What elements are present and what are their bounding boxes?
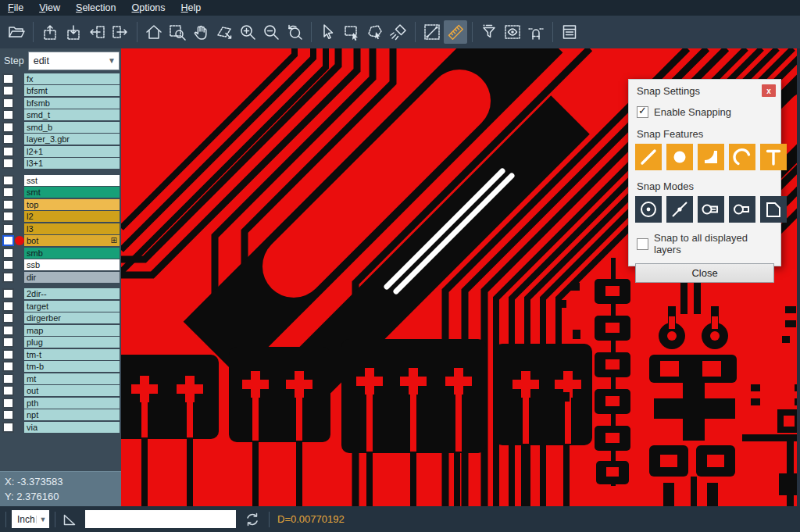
layer-name[interactable]: dirgerber — [24, 312, 120, 323]
layer-visibility-checkbox[interactable] — [2, 288, 14, 299]
layer-visibility-checkbox[interactable] — [2, 85, 14, 96]
layer-name[interactable]: bot⊞ — [24, 235, 120, 246]
zoom-window-button[interactable] — [166, 20, 189, 44]
layer-row-smt[interactable]: smt — [0, 187, 121, 199]
layer-row-smd_b[interactable]: smd_b — [0, 121, 121, 134]
layer-visibility-checkbox[interactable] — [2, 122, 14, 133]
layer-row-map[interactable]: map — [0, 324, 121, 337]
angle-mode-button[interactable] — [61, 511, 78, 528]
layer-name[interactable]: via — [24, 422, 120, 433]
layer-row-dirgerber[interactable]: dirgerber — [0, 312, 121, 325]
measure-distance-button[interactable] — [420, 20, 444, 44]
layer-name[interactable]: npt — [24, 409, 120, 420]
layer-row-l2+1[interactable]: l2+1 — [0, 145, 121, 158]
layer-visibility-checkbox[interactable] — [2, 409, 14, 420]
layer-name[interactable]: target — [24, 301, 120, 312]
menu-options[interactable]: Options — [123, 0, 173, 16]
layer-row-bfsmt[interactable]: bfsmt — [0, 85, 121, 98]
layer-name[interactable]: tm-b — [24, 361, 120, 372]
snap-all-layers-row[interactable]: Snap to all displayed layers — [637, 232, 773, 255]
layer-visibility-checkbox[interactable] — [2, 422, 14, 433]
snap-feature-line-button[interactable] — [635, 144, 662, 170]
zoom-in-button[interactable] — [236, 20, 259, 44]
units-dropdown[interactable]: Inch ▼ — [12, 510, 49, 528]
layer-row-layer_3.gbr[interactable]: layer_3.gbr — [0, 134, 121, 146]
layer-row-2dir--[interactable]: 2dir-- — [0, 288, 121, 301]
clean-brush-button[interactable] — [387, 20, 410, 44]
layer-row-via[interactable]: via — [0, 421, 121, 434]
layer-visibility-checkbox[interactable] — [2, 301, 14, 312]
board-up-button[interactable] — [38, 20, 62, 44]
layer-row-smd_t[interactable]: smd_t — [0, 109, 121, 122]
snap-mode-slot-center-button[interactable] — [698, 196, 724, 223]
layer-visibility-checkbox[interactable] — [2, 199, 14, 210]
layer-visibility-checkbox[interactable] — [2, 259, 14, 270]
layer-visibility-checkbox[interactable] — [2, 187, 14, 198]
layer-row-l2[interactable]: l2 — [0, 211, 121, 223]
layer-visibility-checkbox[interactable] — [2, 272, 14, 283]
snap-mode-outline-button[interactable] — [760, 196, 787, 223]
layer-name[interactable]: top — [24, 199, 120, 210]
layer-visibility-checkbox[interactable] — [2, 175, 14, 186]
layer-row-out[interactable]: out — [0, 385, 121, 398]
select-polygon-button[interactable] — [363, 20, 387, 44]
layer-visibility-checkbox[interactable] — [2, 223, 14, 234]
layer-name[interactable]: tm-t — [24, 349, 120, 360]
measure-ruler-button[interactable] — [444, 20, 467, 44]
layer-visibility-checkbox[interactable] — [2, 349, 14, 360]
layer-name[interactable]: pth — [24, 398, 120, 409]
zoom-polygon-button[interactable] — [212, 20, 236, 44]
snap-feature-pad-button[interactable] — [666, 144, 693, 170]
menu-help[interactable]: Help — [173, 0, 209, 16]
layer-row-pth[interactable]: pth — [0, 397, 121, 409]
layer-visibility-checkbox[interactable] — [2, 235, 14, 246]
layer-row-tm-t[interactable]: tm-t — [0, 348, 121, 361]
layer-row-smb[interactable]: smb — [0, 247, 121, 259]
layer-name[interactable]: bfsmt — [24, 85, 120, 96]
snap-button[interactable] — [524, 20, 548, 44]
layer-row-target[interactable]: target — [0, 300, 121, 312]
close-icon[interactable]: x — [762, 84, 776, 97]
home-view-button[interactable] — [142, 20, 166, 44]
step-dropdown[interactable]: edit ▼ — [28, 52, 120, 70]
layer-row-top[interactable]: top — [0, 198, 121, 211]
apply-button[interactable] — [244, 511, 261, 528]
layer-row-sst[interactable]: sst — [0, 174, 121, 187]
snap-mode-midpoint-button[interactable] — [666, 196, 693, 223]
layer-visibility-checkbox[interactable] — [2, 337, 14, 348]
menu-view[interactable]: View — [31, 0, 68, 16]
layer-name[interactable]: smd_t — [24, 109, 120, 120]
layer-name[interactable]: l2 — [24, 211, 120, 222]
layer-row-mt[interactable]: mt — [0, 373, 121, 385]
enable-snapping-row[interactable]: Enable Snapping — [637, 106, 773, 118]
dialog-close-button[interactable]: Close — [635, 263, 774, 283]
snap-feature-text-button[interactable] — [760, 144, 787, 170]
board-left-button[interactable] — [85, 20, 109, 44]
layer-row-dir[interactable]: dir — [0, 271, 121, 284]
layer-row-npt[interactable]: npt — [0, 409, 121, 422]
layer-visibility-checkbox[interactable] — [2, 134, 14, 145]
menu-selection[interactable]: Selection — [68, 0, 123, 16]
select-rectangle-button[interactable] — [340, 20, 363, 44]
layer-name[interactable]: fx — [24, 73, 120, 84]
layer-visibility-checkbox[interactable] — [2, 98, 14, 109]
layer-name[interactable]: 2dir-- — [24, 288, 120, 299]
board-down-button[interactable] — [62, 20, 85, 44]
layer-visibility-checkbox[interactable] — [2, 325, 14, 336]
layer-visibility-checkbox[interactable] — [2, 73, 14, 84]
enable-snapping-checkbox[interactable] — [637, 106, 648, 118]
layer-row-ssb[interactable]: ssb — [0, 259, 121, 272]
layer-row-bfsmb[interactable]: bfsmb — [0, 97, 121, 109]
layer-row-l3+1[interactable]: l3+1 — [0, 158, 121, 170]
zoom-out-button[interactable] — [259, 20, 283, 44]
layer-name[interactable]: l3 — [24, 223, 120, 234]
view-options-button[interactable] — [501, 20, 524, 44]
layer-name[interactable]: smt — [24, 187, 120, 198]
pan-button[interactable] — [189, 20, 212, 44]
layer-visibility-checkbox[interactable] — [2, 248, 14, 259]
layer-name[interactable]: layer_3.gbr — [24, 134, 120, 145]
snap-mode-center-button[interactable] — [635, 196, 662, 223]
open-file-button[interactable] — [5, 20, 28, 44]
layer-name[interactable]: sst — [24, 175, 120, 186]
filter-button[interactable] — [477, 20, 501, 44]
